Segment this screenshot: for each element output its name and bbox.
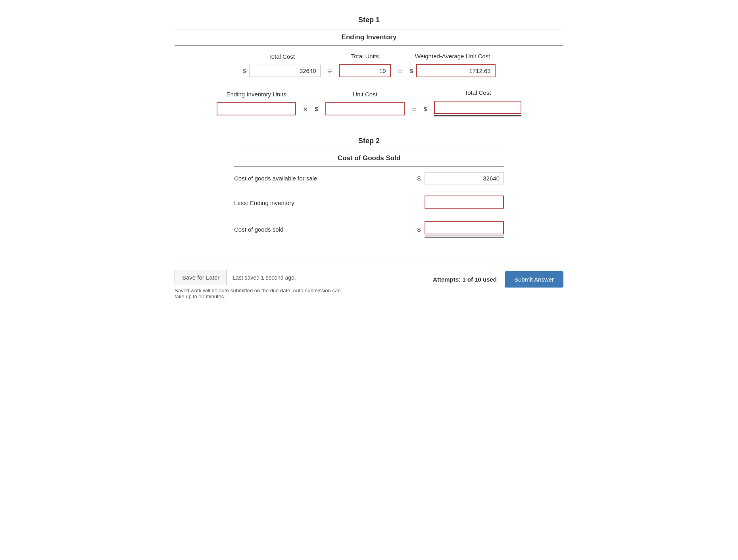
step1-header: Step 1 [175,12,563,29]
page-wrapper: Step 1 Ending Inventory Total Cost $ ÷ T… [159,0,579,307]
divide-operator: ÷ [328,67,332,76]
double-underline-1 [434,115,521,116]
cogs-input-3[interactable] [425,221,504,234]
total-units-label: Total Units [351,53,379,59]
cogs-label-1: Cost of goods available for sale [234,175,417,182]
cogs-input-1[interactable] [425,172,504,184]
unit-cost-dollar: $ [409,67,413,74]
total-cost-group: Total Cost $ [242,53,320,77]
cogs-dollar-1: $ [417,175,421,182]
bottom-right: Attempts: 1 of 10 used Submit Answer [433,271,563,288]
double-underline-2 [434,117,521,117]
cogs-double-underline-1 [425,236,504,236]
step2-header: Step 2 [234,133,504,150]
save-status: Last saved 1 second ago. [233,274,296,281]
cogs-row-1: Cost of goods available for sale $ [234,167,504,190]
step2-section: Step 2 Cost of Goods Sold Cost of goods … [234,133,504,243]
step1-row1: Total Cost $ ÷ Total Units = Weighted-Av… [175,53,563,77]
total-units-group: Total Units [339,53,391,77]
equals-operator-2: = [412,105,417,114]
unit-cost-result-group: Weighted-Average Unit Cost $ [409,53,495,77]
step2-section-title: Cost of Goods Sold [234,150,504,166]
step1-row2: Ending Inventory Units × $ Unit Cost = $… [175,89,563,117]
unit-cost-result-input-row: $ [409,64,495,77]
cogs-underline-2 [425,210,504,210]
total-cost-calc-wrapper [434,101,521,117]
cogs-input-3-wrapper [425,221,504,238]
ending-inv-units-input[interactable] [217,102,296,115]
ending-inv-units-label: Ending Inventory Units [227,91,286,98]
total-cost-calc-group: Total Cost [434,89,521,117]
total-cost-calc-input[interactable] [434,101,521,114]
auto-submit-note: Saved work will be auto-submitted on the… [175,288,341,299]
total-cost-input-row: $ [242,65,320,77]
ending-inv-units-group: Ending Inventory Units [217,91,296,115]
total-cost-label: Total Cost [268,53,295,60]
cogs-row-2: Less: Ending inventory [234,190,504,216]
equals-operator-1: = [398,67,403,76]
unit-cost-result-input[interactable] [416,64,496,77]
cogs-label-2: Less: Ending inventory [234,199,425,206]
step1-section-title: Ending Inventory [175,29,563,45]
unit-cost-calc-label: Unit Cost [353,91,377,98]
cogs-label-3: Cost of goods sold [234,226,417,233]
step1-section: Step 1 Ending Inventory Total Cost $ ÷ T… [175,12,563,117]
bottom-left-top: Save for Later Last saved 1 second ago. [175,270,341,285]
bottom-bar: Save for Later Last saved 1 second ago. … [175,263,563,299]
unit-cost-result-label: Weighted-Average Unit Cost [415,53,490,59]
unit-cost-calc-group: Unit Cost [325,91,405,115]
attempts-text: Attempts: 1 of 10 used [433,276,497,283]
unit-cost-calc-dollar: $ [315,105,318,112]
unit-cost-calc-input[interactable] [325,102,405,115]
cogs-double-underline-2 [425,237,504,238]
total-cost-input[interactable] [249,65,321,77]
total-cost-calc-label: Total Cost [465,89,491,96]
cogs-input-2[interactable] [425,196,504,209]
submit-answer-button[interactable]: Submit Answer [505,271,563,288]
cogs-input-2-wrapper [425,196,504,210]
cogs-row-3: Cost of goods sold $ [234,216,504,243]
save-for-later-button[interactable]: Save for Later [175,270,227,285]
cogs-dollar-3: $ [417,226,421,233]
bottom-left: Save for Later Last saved 1 second ago. … [175,270,341,299]
multiply-operator: × [303,105,308,114]
total-units-input[interactable] [339,64,391,77]
total-cost-calc-dollar: $ [424,105,427,112]
total-cost-dollar: $ [242,67,246,74]
step1-section-divider [175,45,563,46]
